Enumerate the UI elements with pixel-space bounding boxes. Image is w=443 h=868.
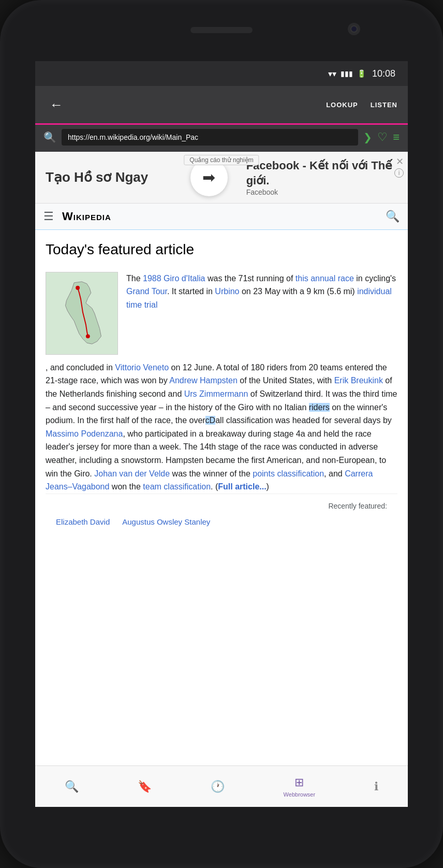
link-vittorio-veneto[interactable]: Vittorio Veneto xyxy=(115,363,169,372)
ad-info-button[interactable]: i xyxy=(394,168,404,178)
listen-button[interactable]: LISTEN xyxy=(371,101,397,109)
phone-camera xyxy=(348,23,360,35)
article-continued-3: of the United States, with xyxy=(238,376,334,385)
url-forward-button[interactable]: ❯ xyxy=(363,131,372,143)
ad-play-arrow-icon: ➡ xyxy=(202,168,215,186)
nav-info-icon: ℹ xyxy=(374,780,378,793)
link-full-article[interactable]: Full article... xyxy=(218,482,266,491)
article-map-image xyxy=(46,272,118,355)
app-bar: ← LOOKUP LISTEN xyxy=(35,86,408,123)
ad-close-button[interactable]: ✕ xyxy=(396,156,404,167)
recently-featured-label: Recently featured: xyxy=(56,500,387,512)
nav-item-history[interactable]: 🕐 xyxy=(202,776,233,798)
recently-featured-links: Elizabeth David Augustus Owsley Stanley xyxy=(56,516,387,528)
article-title: Today's featured article xyxy=(46,238,397,262)
link-urs-zimmermann[interactable]: Urs Zimmermann xyxy=(184,389,248,398)
article-text-3: in cycling's xyxy=(354,274,396,283)
lookup-button[interactable]: LOOKUP xyxy=(326,101,358,109)
article-selected-cd: c xyxy=(205,416,210,425)
svg-point-2 xyxy=(86,334,90,338)
wiki-content: ☰ Wikipedia 🔍 Today's featured article xyxy=(35,204,408,765)
ad-right: Facebook - Kết nối với Thế giới. Faceboo… xyxy=(236,152,408,204)
url-menu-button[interactable]: ≡ xyxy=(393,131,400,144)
nav-search-icon: 🔍 xyxy=(65,780,79,793)
nav-webbrowser-icon: ⊞ xyxy=(294,776,304,789)
status-bar: ▾▾ ▮▮▮ 🔋 10:08 xyxy=(35,61,408,86)
article-selected-d2: D xyxy=(210,416,216,425)
article-intro: The 1988 Giro d'Italia was the 71st runn… xyxy=(46,272,397,355)
article-continued-7: all classif xyxy=(215,416,249,425)
link-johan-van-der-velde[interactable]: Johan van der Velde xyxy=(94,469,170,478)
link-erik-breukink[interactable]: Erik Breukink xyxy=(334,376,383,385)
status-time: 10:08 xyxy=(372,68,395,79)
wiki-logo-text: ikipedia xyxy=(73,210,111,223)
wiki-logo: Wikipedia xyxy=(62,210,111,223)
ad-facebook-title: Facebook - Kết nối với Thế giới. xyxy=(246,158,397,188)
nav-bookmark-icon: 🔖 xyxy=(138,780,152,793)
article-full-text: , and concluded in Vittorio Veneto on 12… xyxy=(46,361,397,494)
ad-banner: Quảng cáo thử nghiệm Tạo Hồ sơ Ngay ➡ Fa… xyxy=(35,152,408,204)
ad-left: Tạo Hồ sơ Ngay xyxy=(35,161,182,194)
recently-featured: Recently featured: Elizabeth David Augus… xyxy=(46,494,397,537)
link-andrew-hampsten[interactable]: Andrew Hampsten xyxy=(169,376,238,385)
link-urbino[interactable]: Urbino xyxy=(215,287,239,296)
nav-item-webbrowser[interactable]: ⊞ Webbrowser xyxy=(275,772,324,802)
ad-label: Quảng cáo thử nghiệm xyxy=(184,155,259,165)
phone-screen: ▾▾ ▮▮▮ 🔋 10:08 ← LOOKUP LISTEN 🔍 ❯ ♡ ≡ xyxy=(35,61,408,807)
link-points-classification[interactable]: points classification xyxy=(253,469,324,478)
wiki-logo-w: W xyxy=(62,210,73,223)
status-icons: ▾▾ ▮▮▮ 🔋 10:08 xyxy=(328,68,395,79)
url-favorite-button[interactable]: ♡ xyxy=(377,131,388,144)
article-text-4: . It started in xyxy=(167,287,215,296)
wiki-header: ☰ Wikipedia 🔍 xyxy=(35,204,408,230)
article-text-5: on 23 May with a 9 km (5.6 mi) xyxy=(240,287,358,296)
article-text-intro-the: The xyxy=(126,274,143,283)
link-grand-tour[interactable]: Grand Tour xyxy=(126,287,167,296)
phone-camera-lens xyxy=(350,25,358,33)
article-text-2: was the 71st running of xyxy=(205,274,295,283)
nav-item-search[interactable]: 🔍 xyxy=(56,776,87,798)
signal-icon: ▮▮▮ xyxy=(341,69,353,78)
nav-webbrowser-label: Webbrowser xyxy=(284,791,316,798)
wiki-search-button[interactable]: 🔍 xyxy=(386,210,400,223)
article-selected-riders: riders xyxy=(309,403,330,412)
link-team-classification[interactable]: team classification xyxy=(143,482,211,491)
url-input[interactable] xyxy=(62,129,358,146)
ad-title: Tạo Hồ sơ Ngay xyxy=(46,169,172,185)
link-massimo-podenzana[interactable]: Massimo Podenzana xyxy=(46,429,123,438)
article-text-intro: The 1988 Giro d'Italia was the 71st runn… xyxy=(126,272,397,355)
phone-device: ▾▾ ▮▮▮ 🔋 10:08 ← LOOKUP LISTEN 🔍 ❯ ♡ ≡ xyxy=(0,0,443,868)
app-bar-actions: LOOKUP LISTEN xyxy=(326,101,397,109)
nav-item-bookmark[interactable]: 🔖 xyxy=(129,776,160,798)
phone-speaker xyxy=(190,27,253,33)
article-body: Today's featured article xyxy=(35,230,408,545)
wiki-menu-icon[interactable]: ☰ xyxy=(43,210,54,223)
url-search-icon: 🔍 xyxy=(43,131,56,143)
ad-facebook-source: Facebook xyxy=(246,188,397,196)
wifi-icon: ▾▾ xyxy=(328,69,336,79)
recently-featured-augustus-owsley[interactable]: Augustus Owsley Stanley xyxy=(122,516,210,528)
link-annual-race[interactable]: this annual race xyxy=(296,274,354,283)
recently-featured-elizabeth-david[interactable]: Elizabeth David xyxy=(56,516,110,528)
nav-history-icon: 🕐 xyxy=(211,780,225,793)
article-continued-1: , and concluded in xyxy=(46,363,115,372)
back-button[interactable]: ← xyxy=(46,93,67,117)
bottom-nav: 🔍 🔖 🕐 ⊞ Webbrowser ℹ xyxy=(35,765,408,807)
url-bar: 🔍 ❯ ♡ ≡ xyxy=(35,123,408,152)
nav-item-info[interactable]: ℹ xyxy=(366,776,387,798)
link-1988-giro[interactable]: 1988 Giro d'Italia xyxy=(143,274,205,283)
battery-icon: 🔋 xyxy=(357,69,366,78)
svg-point-1 xyxy=(76,286,80,290)
